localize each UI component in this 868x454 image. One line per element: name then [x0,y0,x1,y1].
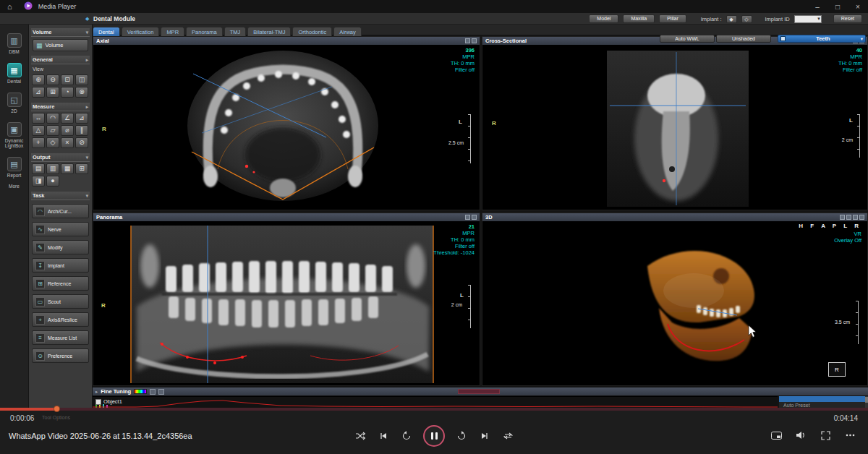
3d-viewport[interactable]: 3D [482,213,868,386]
profile-measure-icon[interactable]: ⊿ [75,113,88,124]
settings-icon[interactable] [472,38,477,43]
tab-orthodontic[interactable]: Orthodontic [292,27,332,36]
task-implant-button[interactable]: ↧ Implant [32,258,89,273]
delete-measure-icon[interactable]: × [61,137,74,148]
color-gradient-icon[interactable] [134,389,147,394]
diameter-measure-icon[interactable]: ⌀ [61,125,74,136]
orientation-cube[interactable]: R [828,362,846,377]
print-icon[interactable]: ▥ [46,163,59,174]
chevron-right-icon[interactable]: ▸ [95,389,98,395]
tab-mpr[interactable]: MPR [161,27,184,36]
parallel-measure-icon[interactable]: ∥ [75,125,88,136]
task-modify-button[interactable]: ✎ Modify [32,240,89,254]
video-frame-dental-app[interactable]: ◆ Dental Module Model Maxilla Pillar Imp… [0,13,868,409]
expand-icon[interactable] [465,38,470,43]
auto-preset-item[interactable]: Auto Preset [783,403,810,408]
output-section-header[interactable]: Output ▾ [31,153,90,162]
volume-section-header[interactable]: Volume ▾ [31,28,90,37]
object-checkbox[interactable] [95,399,101,405]
curve-measure-icon[interactable]: ◠ [46,113,59,124]
capture-icon[interactable]: ▤ [32,163,45,174]
angle-measure-icon[interactable]: ∠ [61,113,74,124]
previous-button[interactable] [377,429,390,442]
nav-item-more[interactable]: More [0,184,28,189]
nav-item-dental[interactable]: ▦ Dental [0,63,28,84]
repeat-button[interactable] [501,429,514,442]
save-icon[interactable]: ⊞ [75,163,88,174]
fit-view-icon[interactable]: ⊡ [61,74,74,85]
settings-icon[interactable] [472,215,477,220]
object-row[interactable]: Object1 [95,398,122,405]
task-section-header[interactable]: Task ▾ [31,192,90,200]
seek-bar[interactable] [0,408,868,411]
play-pause-button[interactable] [423,425,445,447]
zoom-out-icon[interactable]: ⊖ [46,74,59,85]
task-axis-reslice-button[interactable]: + Axis&Reslice [32,312,89,327]
expand-icon[interactable] [465,215,470,220]
layout-icon[interactable]: ◫ [75,74,88,85]
maxilla-button[interactable]: Maxilla [623,14,655,23]
implant-show-icon[interactable]: ◆ [726,15,737,23]
3d-render-area[interactable]: H F A P L R VR Overlay Off 3.5 cm R [482,221,867,385]
panorama-image-area[interactable]: 21 MPR TH: 0 mm Filter off Threshold: -1… [93,221,480,385]
seek-handle[interactable] [54,406,60,412]
tab-verification[interactable]: Verification [122,27,160,36]
roi-measure-icon[interactable]: ◇ [46,137,59,148]
next-button[interactable] [478,429,491,442]
skip-forward-button[interactable] [455,429,468,442]
minimize-button[interactable]: – [807,0,827,13]
clear-measure-icon[interactable]: ⊘ [75,137,88,148]
export-icon[interactable]: ▦ [61,163,74,174]
reset-view-icon[interactable]: ⊗ [75,87,88,98]
preset-selected-row[interactable] [779,396,865,402]
length-measure-icon[interactable]: ↔ [32,113,45,124]
task-measure-list-button[interactable]: ≡ Measure List [32,330,89,345]
volume-button[interactable]: ▦ Volume [33,39,88,51]
unshaded-button[interactable]: Unshaded [716,35,771,43]
record-icon[interactable]: ● [46,176,59,187]
histogram-tool-icon[interactable] [150,389,156,395]
zoom-in-icon[interactable]: ⊕ [32,74,45,85]
general-section-header[interactable]: General ▸ [31,56,90,64]
task-nerve-button[interactable]: ∿ Nerve [32,222,89,236]
nav-item-dbm[interactable]: ▥ DBM [0,33,28,54]
nav-item-2d[interactable]: ◱ 2D [0,93,28,113]
tab-dental[interactable]: Dental [93,27,120,36]
subtitles-button[interactable] [770,429,783,442]
shuffle-button[interactable] [354,429,367,442]
mip-icon[interactable] [846,215,851,220]
cross-image-area[interactable]: 40 MPR TH: 0 mm Filter off R L 2 cm [482,45,867,210]
auto-wwl-button[interactable]: Auto WWL [660,35,715,43]
close-button[interactable]: × [848,0,868,13]
volume-button[interactable] [794,429,807,442]
axial-image-area[interactable]: 396 MPR TH: 0 mm Filter off R L 2.5 cm [93,45,480,210]
task-reference-button[interactable]: ⊞ Reference [32,276,89,291]
window-level-band[interactable] [458,389,500,394]
fullscreen-button[interactable] [819,429,832,442]
reset-curve-icon[interactable] [158,389,164,395]
more-options-button[interactable] [843,429,856,442]
polygon-measure-icon[interactable]: ▱ [46,125,59,136]
pan-icon[interactable]: ⊿ [32,87,45,98]
settings-icon[interactable] [859,215,864,220]
area-measure-icon[interactable]: △ [32,125,45,136]
maximize-button[interactable]: □ [827,0,848,13]
panorama-viewport[interactable]: Panorama [93,213,480,386]
grid-icon[interactable]: ⊞ [46,87,59,98]
measure-section-header[interactable]: Measure ▸ [31,103,90,111]
skip-back-button[interactable] [400,429,413,442]
rotate-icon[interactable]: ◔ [61,87,74,98]
model-button[interactable]: Model [589,14,618,23]
tab-bilateral-tmj[interactable]: Bilateral-TMJ [247,27,291,36]
tab-panorama[interactable]: Panorama [186,27,223,36]
task-preference-button[interactable]: ⊙ Preference [32,348,89,363]
reset-button[interactable]: Reset [833,14,862,23]
tab-tmj[interactable]: TMJ [224,27,247,36]
axial-viewport[interactable]: Axial [93,36,480,210]
report-output-icon[interactable]: ◨ [32,176,45,187]
task-scout-button[interactable]: ▭ Scout [32,294,89,309]
nav-item-report[interactable]: ▤ Report [0,157,28,178]
nav-item-dynamic-lightbox[interactable]: ▣ Dynamic LightBox [0,122,28,148]
tab-airway[interactable]: Airway [333,27,362,36]
home-icon[interactable]: ⌂ [7,3,12,11]
